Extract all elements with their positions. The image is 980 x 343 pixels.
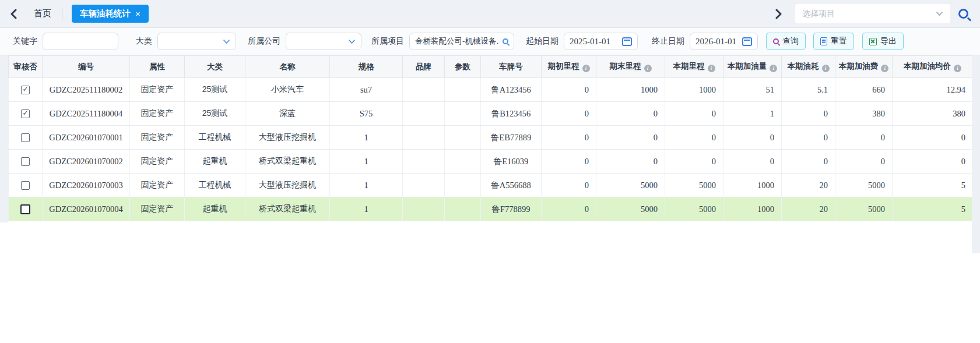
- cell-initial-mileage: 0: [542, 197, 596, 221]
- cell-code: GDZC202601070003: [43, 174, 130, 197]
- cell-plate: 鲁F778899: [481, 197, 542, 221]
- column-header: 参数: [445, 56, 481, 78]
- cell-attribute: 固定资产: [130, 174, 185, 197]
- cell-refuel-cost: 660: [835, 78, 893, 102]
- column-header: 本期里程: [665, 56, 723, 78]
- end-date-input[interactable]: 2026-01-01: [690, 33, 758, 50]
- project-value: 金桥装配公司-机械设备.: [415, 36, 499, 47]
- cell-refuel-avg-price: 5: [893, 197, 973, 221]
- calendar-icon[interactable]: [742, 37, 752, 46]
- end-date-label: 终止日期: [652, 36, 684, 47]
- cell-category: 25测试: [185, 78, 245, 102]
- cell-attribute: 固定资产: [130, 150, 185, 174]
- cell-category: 25测试: [185, 102, 245, 126]
- row-checkbox[interactable]: [21, 86, 30, 94]
- cell-params: [445, 174, 481, 197]
- project-label: 所属项目: [371, 36, 404, 47]
- company-select[interactable]: [286, 33, 361, 50]
- tab-home[interactable]: 首页: [34, 8, 51, 19]
- info-icon[interactable]: [582, 65, 590, 72]
- cell-brand: [403, 126, 445, 150]
- column-header: 编号: [43, 56, 130, 78]
- cell-plate: 鲁B123456: [481, 102, 542, 126]
- keyword-input[interactable]: [43, 33, 118, 50]
- info-icon[interactable]: [644, 65, 652, 72]
- table-row[interactable]: GDZC202511180002固定资产25测试小米汽车su7鲁A1234560…: [9, 78, 973, 102]
- calendar-icon[interactable]: [622, 37, 632, 46]
- column-header: 车牌号: [481, 56, 542, 78]
- export-button-label: 导出: [880, 36, 897, 47]
- cell-code: GDZC202601070004: [43, 197, 130, 221]
- cell-fuel-consumption: 0: [782, 102, 835, 126]
- cell-category: 起重机: [185, 197, 245, 221]
- cell-refuel-avg-price: 0: [893, 150, 973, 174]
- cell-refuel-avg-price: 0: [893, 126, 973, 150]
- table-row[interactable]: GDZC202601070003固定资产工程机械大型液压挖掘机1鲁A556688…: [9, 174, 973, 197]
- cell-fuel-consumption: 0: [782, 126, 835, 150]
- cell-refuel-cost: 0: [835, 150, 893, 174]
- cell-refuel-amount: 1000: [723, 197, 782, 221]
- cell-period-mileage: 1000: [665, 78, 723, 102]
- cell-attribute: 固定资产: [130, 78, 185, 102]
- cell-final-mileage: 0: [596, 126, 665, 150]
- export-button[interactable]: 导出: [862, 33, 904, 50]
- row-checkbox[interactable]: [21, 133, 30, 142]
- right-gutter: [972, 55, 980, 253]
- chevron-down-icon: [936, 11, 943, 16]
- info-icon[interactable]: [770, 65, 777, 72]
- cell-name: 深蓝: [245, 102, 330, 126]
- tab-close-icon[interactable]: ×: [135, 9, 140, 18]
- fuel-stats-table: 审核否编号属性大类名称规格品牌参数车牌号期初里程期末里程本期里程本期加油量本期油…: [8, 55, 973, 221]
- info-icon[interactable]: [822, 65, 830, 72]
- cell-refuel-cost: 5000: [835, 174, 893, 197]
- forward-chevron-icon[interactable]: [771, 6, 786, 22]
- table-row[interactable]: GDZC202601070001固定资产工程机械大型液压挖掘机1鲁EB77889…: [9, 126, 973, 150]
- project-input[interactable]: 金桥装配公司-机械设备.: [409, 33, 514, 50]
- query-button[interactable]: 查询: [766, 33, 806, 50]
- table-row[interactable]: GDZC202601070004固定资产起重机桥式双梁起重机1鲁F7788990…: [9, 197, 973, 221]
- cell-category: 工程机械: [185, 126, 245, 150]
- query-search-icon: [773, 38, 779, 44]
- reset-button[interactable]: 重置: [813, 33, 854, 50]
- cell-params: [445, 150, 481, 174]
- column-header: 本期油耗: [782, 56, 835, 78]
- info-icon[interactable]: [954, 65, 961, 72]
- column-header: 审核否: [9, 56, 43, 78]
- cell-initial-mileage: 0: [542, 102, 596, 126]
- search-icon[interactable]: [958, 9, 968, 19]
- info-icon[interactable]: [881, 65, 888, 72]
- cell-refuel-cost: 0: [835, 126, 893, 150]
- cell-final-mileage: 0: [596, 150, 665, 174]
- project-select-placeholder: 选择项目: [802, 9, 936, 19]
- cell-refuel-amount: 0: [723, 150, 782, 174]
- back-chevron-icon[interactable]: [6, 6, 21, 22]
- cell-plate: 鲁E16039: [481, 150, 542, 174]
- cell-attribute: 固定资产: [130, 126, 185, 150]
- reset-button-label: 重置: [831, 36, 847, 47]
- cell-final-mileage: 5000: [596, 197, 665, 221]
- cell-initial-mileage: 0: [542, 150, 596, 174]
- project-search-icon[interactable]: [503, 38, 508, 44]
- row-checkbox[interactable]: [20, 204, 30, 214]
- row-checkbox[interactable]: [21, 157, 30, 166]
- info-icon[interactable]: [708, 65, 715, 72]
- start-date-value: 2025-01-01: [570, 37, 617, 47]
- category-select[interactable]: [157, 33, 236, 50]
- row-checkbox[interactable]: [21, 181, 30, 190]
- tab-vehicle-fuel-stats[interactable]: 车辆油耗统计 ×: [72, 5, 149, 23]
- table-row[interactable]: GDZC202511180004固定资产25测试深蓝S75鲁B123456000…: [9, 102, 973, 126]
- active-tab-label: 车辆油耗统计: [80, 8, 131, 19]
- tab-divider: [62, 8, 62, 20]
- table-row[interactable]: GDZC202601070002固定资产起重机桥式双梁起重机1鲁E1603900…: [9, 150, 973, 174]
- cell-refuel-avg-price: 5: [893, 174, 973, 197]
- filter-bar: 关键字 大类 所属公司 所属项目 金桥装配公司-机械设备. 起始日期 2025-…: [0, 28, 980, 55]
- start-date-input[interactable]: 2025-01-01: [564, 33, 638, 50]
- cell-fuel-consumption: 20: [782, 197, 835, 221]
- cell-attribute: 固定资产: [130, 102, 185, 126]
- cell-params: [445, 197, 481, 221]
- cell-code: GDZC202601070002: [43, 150, 130, 174]
- chevron-down-icon: [223, 39, 230, 44]
- project-select[interactable]: 选择项目: [795, 4, 950, 23]
- row-checkbox[interactable]: [21, 109, 30, 118]
- company-label: 所属公司: [248, 36, 280, 47]
